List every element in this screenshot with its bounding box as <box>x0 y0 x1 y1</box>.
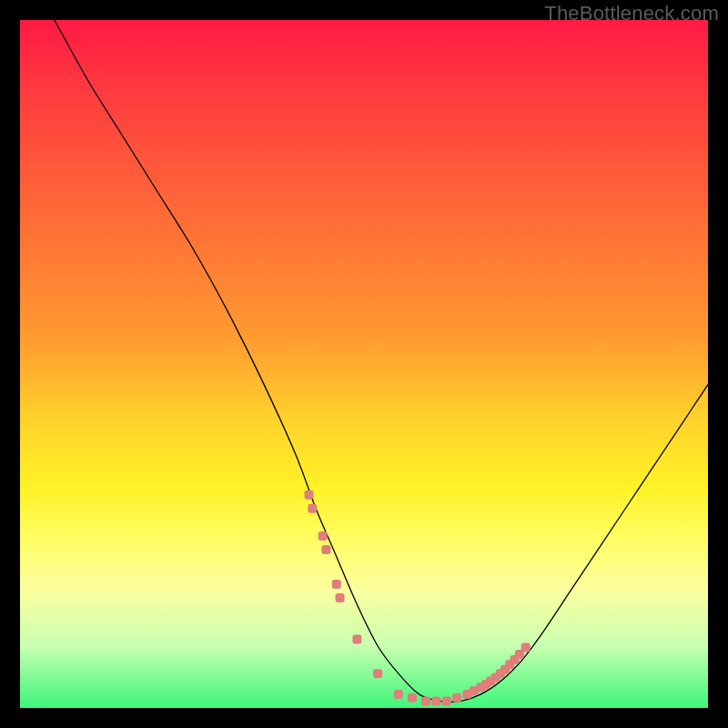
bottleneck-curve-layer <box>20 20 708 708</box>
curve-marker <box>408 693 417 703</box>
curve-marker <box>305 490 314 500</box>
curve-marker <box>332 580 341 589</box>
curve-marker <box>352 634 361 643</box>
curve-marker <box>431 696 440 705</box>
bottleneck-curve <box>55 20 708 702</box>
curve-marker <box>421 696 430 705</box>
marker-cluster-right <box>442 642 531 705</box>
plot-area <box>20 20 708 708</box>
marker-cluster-left <box>305 490 441 706</box>
chart-frame: TheBottleneck.com <box>0 0 728 728</box>
curve-marker <box>321 545 330 554</box>
curve-marker <box>308 504 317 513</box>
curve-group <box>55 20 708 702</box>
curve-marker <box>318 531 328 541</box>
curve-marker <box>394 690 403 699</box>
curve-marker <box>373 669 382 678</box>
curve-marker <box>521 642 531 652</box>
watermark-text: TheBottleneck.com <box>544 2 719 25</box>
curve-marker <box>442 696 451 705</box>
curve-marker <box>336 593 345 602</box>
curve-marker <box>452 693 461 703</box>
